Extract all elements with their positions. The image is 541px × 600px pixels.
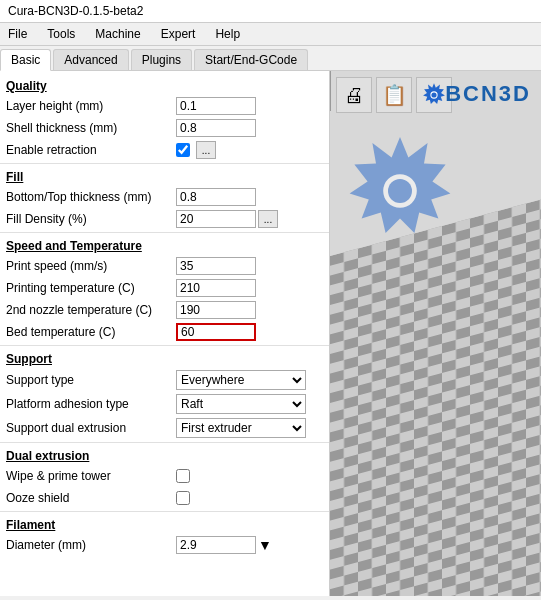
enable-retraction-row: Enable retraction ... [0, 139, 329, 161]
tab-bar: Basic Advanced Plugins Start/End-GCode [0, 46, 541, 71]
printing-temp-label: Printing temperature (C) [6, 281, 176, 295]
left-panel: Quality Layer height (mm) Shell thicknes… [0, 71, 330, 596]
bottom-top-thickness-label: Bottom/Top thickness (mm) [6, 190, 176, 204]
nozzle2-temp-label: 2nd nozzle temperature (C) [6, 303, 176, 317]
bottom-top-thickness-input[interactable] [176, 188, 256, 206]
support-dual-row: Support dual extrusion First extruder Se… [0, 416, 329, 440]
fill-density-row: Fill Density (%) ... [0, 208, 329, 230]
retraction-checkbox-group: ... [176, 141, 216, 159]
title-text: Cura-BCN3D-0.1.5-beta2 [8, 4, 143, 18]
tab-basic[interactable]: Basic [0, 49, 51, 71]
divider-5 [0, 511, 329, 512]
document-icon[interactable]: 📋 [376, 77, 412, 113]
toolbar-icons: 🖨 📋 [336, 77, 452, 113]
support-type-select[interactable]: Everywhere Touching buildplate None [176, 370, 306, 390]
right-panel: 🖨 📋 BCN3D [330, 71, 541, 596]
tab-plugins[interactable]: Plugins [131, 49, 192, 70]
bottom-top-thickness-row: Bottom/Top thickness (mm) [0, 186, 329, 208]
bcn3d-logo: BCN3D [445, 81, 531, 107]
ooze-shield-row: Ooze shield [0, 487, 329, 509]
platform-adhesion-select[interactable]: Raft Brim None [176, 394, 306, 414]
menu-help[interactable]: Help [211, 25, 244, 43]
title-bar: Cura-BCN3D-0.1.5-beta2 [0, 0, 541, 23]
nozzle2-temp-input[interactable] [176, 301, 256, 319]
shell-thickness-input[interactable] [176, 119, 256, 137]
wipe-prime-label: Wipe & prime tower [6, 469, 176, 483]
menu-file[interactable]: File [4, 25, 31, 43]
shell-thickness-label: Shell thickness (mm) [6, 121, 176, 135]
bed-temp-row: Bed temperature (C) [0, 321, 329, 343]
diameter-label: Diameter (mm) [6, 538, 176, 552]
wipe-prime-checkbox[interactable] [176, 469, 190, 483]
bed-temp-label: Bed temperature (C) [6, 325, 176, 339]
tab-start-end-gcode[interactable]: Start/End-GCode [194, 49, 308, 70]
wipe-prime-row: Wipe & prime tower [0, 465, 329, 487]
platform-adhesion-row: Platform adhesion type Raft Brim None [0, 392, 329, 416]
layer-height-label: Layer height (mm) [6, 99, 176, 113]
enable-retraction-label: Enable retraction [6, 143, 176, 157]
divider-3 [0, 345, 329, 346]
print-speed-input[interactable] [176, 257, 256, 275]
section-dual-header: Dual extrusion [0, 445, 329, 465]
fill-density-input[interactable] [176, 210, 256, 228]
main-layout: Quality Layer height (mm) Shell thicknes… [0, 71, 541, 596]
retraction-dots-button[interactable]: ... [196, 141, 216, 159]
section-support-header: Support [0, 348, 329, 368]
print-speed-row: Print speed (mm/s) [0, 255, 329, 277]
nozzle2-temp-row: 2nd nozzle temperature (C) [0, 299, 329, 321]
scrollbar-thumb[interactable] [330, 71, 331, 111]
support-dual-select[interactable]: First extruder Second extruder Both [176, 418, 306, 438]
menu-machine[interactable]: Machine [91, 25, 144, 43]
platform-adhesion-label: Platform adhesion type [6, 397, 176, 411]
fill-density-dots-button[interactable]: ... [258, 210, 278, 228]
svg-rect-9 [330, 196, 541, 596]
diameter-row: Diameter (mm) ▼ [0, 534, 329, 556]
printing-temp-row: Printing temperature (C) [0, 277, 329, 299]
divider-2 [0, 232, 329, 233]
tab-advanced[interactable]: Advanced [53, 49, 128, 70]
ooze-shield-checkbox[interactable] [176, 491, 190, 505]
support-dual-label: Support dual extrusion [6, 421, 176, 435]
menu-expert[interactable]: Expert [157, 25, 200, 43]
fill-density-label: Fill Density (%) [6, 212, 176, 226]
scroll-down-indicator: ▼ [258, 537, 272, 553]
shell-thickness-row: Shell thickness (mm) [0, 117, 329, 139]
ooze-shield-label: Ooze shield [6, 491, 176, 505]
menu-bar: File Tools Machine Expert Help [0, 23, 541, 46]
layer-height-row: Layer height (mm) [0, 95, 329, 117]
printing-temp-input[interactable] [176, 279, 256, 297]
support-type-label: Support type [6, 373, 176, 387]
bed-temp-input[interactable] [176, 323, 256, 341]
layer-height-input[interactable] [176, 97, 256, 115]
section-speed-temp-header: Speed and Temperature [0, 235, 329, 255]
enable-retraction-checkbox[interactable] [176, 143, 190, 157]
menu-tools[interactable]: Tools [43, 25, 79, 43]
diameter-input[interactable] [176, 536, 256, 554]
section-quality-header: Quality [0, 75, 329, 95]
print-speed-label: Print speed (mm/s) [6, 259, 176, 273]
divider-4 [0, 442, 329, 443]
section-filament-header: Filament [0, 514, 329, 534]
support-type-row: Support type Everywhere Touching buildpl… [0, 368, 329, 392]
checkerboard-floor [330, 196, 541, 596]
section-fill-header: Fill [0, 166, 329, 186]
svg-point-2 [431, 92, 436, 97]
print-icon[interactable]: 🖨 [336, 77, 372, 113]
divider-1 [0, 163, 329, 164]
